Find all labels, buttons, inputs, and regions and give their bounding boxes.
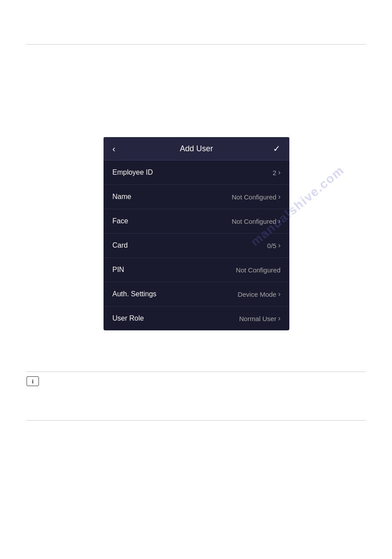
menu-item-card[interactable]: Card0/5› — [104, 234, 289, 258]
menu-value: Not Configured — [232, 218, 277, 225]
menu-value-row: 2› — [273, 168, 281, 176]
chevron-right-icon: › — [278, 193, 281, 201]
menu-value-row: Not Configured› — [232, 217, 281, 225]
menu-value-row: Not Configured — [236, 266, 281, 274]
menu-item-name[interactable]: NameNot Configured› — [104, 185, 289, 209]
page-wrapper: ‹ Add User ✓ Employee ID2›NameNot Config… — [0, 0, 392, 559]
menu-value-row: Normal User› — [239, 314, 281, 322]
confirm-button[interactable]: ✓ — [270, 143, 281, 154]
back-button[interactable]: ‹ — [112, 144, 123, 154]
panel-header: ‹ Add User ✓ — [104, 137, 289, 161]
panel-title: Add User — [123, 144, 270, 153]
chevron-right-icon: › — [278, 241, 281, 249]
menu-value-row: Device Mode› — [238, 290, 281, 298]
top-divider — [27, 44, 365, 45]
menu-value-row: 0/5› — [267, 241, 281, 249]
chevron-right-icon: › — [278, 290, 281, 298]
menu-item-user-role[interactable]: User RoleNormal User› — [104, 306, 289, 330]
menu-value: Device Mode — [238, 291, 277, 298]
chevron-right-icon: › — [278, 314, 281, 322]
menu-label: PIN — [112, 266, 124, 274]
device-panel: ‹ Add User ✓ Employee ID2›NameNot Config… — [104, 137, 289, 330]
chevron-right-icon: › — [278, 217, 281, 225]
menu-value: 2 — [273, 169, 276, 176]
footer-divider — [27, 420, 365, 421]
menu-value: Not Configured — [232, 193, 277, 201]
menu-label: Employee ID — [112, 168, 153, 176]
menu-item-employee-id[interactable]: Employee ID2› — [104, 161, 289, 185]
chevron-right-icon: › — [278, 168, 281, 176]
menu-item-face[interactable]: FaceNot Configured› — [104, 209, 289, 234]
menu-label: User Role — [112, 314, 144, 322]
bottom-divider — [27, 371, 365, 372]
info-icon: i — [32, 378, 34, 385]
menu-label: Auth. Settings — [112, 290, 157, 298]
menu-label: Card — [112, 241, 128, 249]
menu-value: Not Configured — [236, 266, 281, 274]
info-note: i — [27, 376, 39, 386]
menu-items-container: Employee ID2›NameNot Configured›FaceNot … — [104, 161, 289, 330]
menu-item-auth--settings[interactable]: Auth. SettingsDevice Mode› — [104, 282, 289, 306]
menu-value-row: Not Configured› — [232, 193, 281, 201]
menu-value: Normal User — [239, 315, 276, 322]
menu-item-pin[interactable]: PINNot Configured — [104, 258, 289, 282]
info-icon-box: i — [27, 376, 39, 386]
menu-value: 0/5 — [267, 242, 277, 249]
menu-label: Name — [112, 193, 131, 201]
menu-label: Face — [112, 217, 128, 225]
